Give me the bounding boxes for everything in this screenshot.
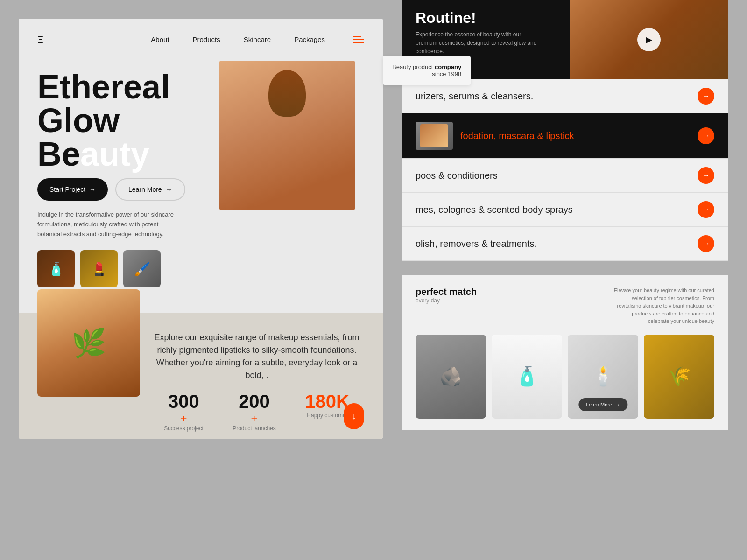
stat-success: 300 + Success project	[164, 391, 204, 432]
category-makeup[interactable]: fodation, mascara & lipstick →	[402, 113, 728, 159]
brand-logo: Ξ	[37, 34, 43, 46]
hamburger-menu[interactable]	[353, 36, 364, 43]
scroll-down-button[interactable]	[344, 403, 364, 429]
navbar: Ξ About Products Skincare Packages	[19, 19, 383, 61]
arrow-right-icon: →	[89, 186, 96, 193]
stat-success-plus: +	[164, 412, 204, 425]
learn-more-button[interactable]: Learn More →	[115, 178, 185, 201]
categories-panel: urizers, serums & cleansers. → fodation,…	[402, 79, 728, 261]
stats-section: 🌿 Explore our exquisite range of makeup …	[19, 313, 383, 439]
stats-numbers: 300 + Success project 200 + Product laun…	[149, 391, 364, 432]
hero-buttons: Start Project → Learn More →	[37, 178, 364, 201]
main-card: Ξ About Products Skincare Packages Ether…	[19, 19, 383, 439]
category-moisturizers-arrow[interactable]: →	[698, 88, 714, 105]
product-card-1[interactable]: 🪨	[416, 335, 486, 419]
stat-launches: 200 + Product launches	[233, 391, 276, 432]
stat-success-label: Success project	[164, 425, 204, 432]
stat-customers: 180K Happy customer	[305, 391, 350, 432]
stat-success-number: 300	[164, 391, 204, 412]
hero-title-line1: Ethereal	[37, 68, 170, 105]
nav-links: About Products Skincare Packages	[151, 35, 325, 44]
right-bottom-title: perfect match	[416, 287, 477, 297]
right-top-description: Experience the essence of beauty with ou…	[416, 30, 537, 56]
stat-launches-number: 200	[233, 391, 276, 412]
product-card-3[interactable]: 🕯️ Learn More	[568, 335, 638, 419]
category-hair[interactable]: poos & conditioners →	[402, 159, 728, 193]
right-bottom-description: Elevate your beauty regime with our cura…	[612, 287, 714, 325]
category-makeup-image	[416, 122, 453, 150]
tagline-text: Beauty product company since 1998	[392, 63, 461, 77]
category-moisturizers-text: urizers, serums & cleansers.	[416, 91, 698, 102]
hero-description: Indulge in the transformative power of o…	[37, 210, 177, 239]
product-card-2[interactable]: 🧴	[492, 335, 562, 419]
company-tagline-card: Beauty product company since 1998	[383, 56, 471, 85]
category-fragrance-text: mes, colognes & scented body sprays	[416, 204, 698, 215]
stats-description: Explore our exquisite range of makeup es…	[149, 331, 364, 382]
right-bottom-panel: perfect match every day Elevate your bea…	[402, 275, 728, 430]
stat-customers-number: 180K	[305, 391, 350, 412]
stats-content: Explore our exquisite range of makeup es…	[149, 327, 364, 429]
nav-products[interactable]: Products	[193, 35, 220, 43]
nav-packages[interactable]: Packages	[294, 35, 325, 43]
hero-title: Ethereal Glow Beauty	[37, 70, 233, 171]
product-gallery: 🪨 🧴 🕯️ Learn More 🌾	[416, 335, 714, 419]
product-card-4[interactable]: 🌾	[644, 335, 714, 419]
right-bottom-subtitle: every day	[416, 297, 477, 304]
right-bottom-titles: perfect match every day	[416, 287, 477, 304]
right-top-image: ▶	[570, 0, 728, 79]
hero-title-line2: Glow Beauty	[37, 102, 149, 173]
stat-launches-plus: +	[233, 412, 276, 425]
start-project-button[interactable]: Start Project →	[37, 178, 108, 201]
stat-customers-label: Happy customer	[305, 412, 350, 419]
category-fragrance[interactable]: mes, colognes & scented body sprays →	[402, 193, 728, 227]
stats-image: 🌿	[37, 289, 140, 397]
category-fragrance-arrow[interactable]: →	[698, 201, 714, 218]
stat-launches-label: Product launches	[233, 425, 276, 432]
play-button[interactable]: ▶	[637, 28, 661, 51]
category-hair-arrow[interactable]: →	[698, 167, 714, 184]
nav-skincare[interactable]: Skincare	[244, 35, 271, 43]
learn-more-badge[interactable]: Learn More	[578, 398, 627, 411]
category-hair-text: poos & conditioners	[416, 170, 698, 181]
category-makeup-arrow[interactable]: →	[698, 127, 714, 144]
hero-section: Ethereal Glow Beauty Start Project → Lea…	[19, 61, 383, 301]
right-bottom-header: perfect match every day Elevate your bea…	[416, 287, 714, 325]
hero-title-highlight: auty	[80, 135, 149, 173]
thumbnail-2[interactable]: 💄	[80, 250, 118, 287]
thumbnail-1[interactable]: 🧴	[37, 250, 75, 287]
category-makeup-text: fodation, mascara & lipstick	[460, 131, 698, 141]
category-nails[interactable]: olish, removers & treatments. →	[402, 227, 728, 261]
hero-thumbnails: 🧴 💄 🖌️	[37, 250, 364, 287]
category-nails-text: olish, removers & treatments.	[416, 238, 698, 249]
category-nails-arrow[interactable]: →	[698, 235, 714, 252]
arrow-right-icon-2: →	[166, 186, 172, 193]
nav-about[interactable]: About	[151, 35, 169, 43]
thumbnail-3[interactable]: 🖌️	[123, 250, 161, 287]
